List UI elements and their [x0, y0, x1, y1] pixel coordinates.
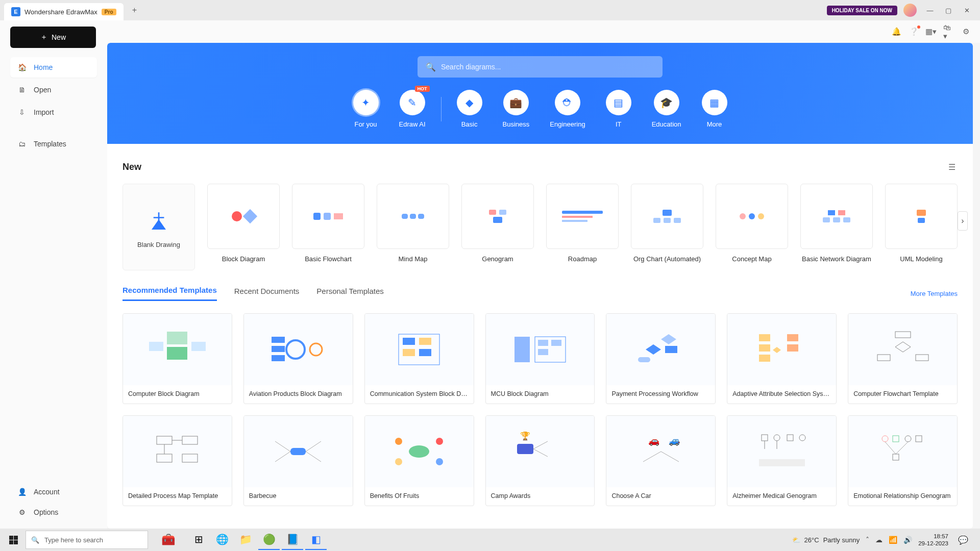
template-label: Basic Network Diagram	[802, 255, 871, 263]
svg-rect-16	[538, 340, 548, 346]
grid-card[interactable]: Communication System Block Diag...	[364, 313, 474, 404]
gift-icon[interactable]: 🛍▾	[943, 27, 953, 37]
template-card-concept-map[interactable]: Concept Map	[716, 184, 788, 263]
grid-thumb	[123, 314, 232, 385]
svg-rect-23	[759, 334, 770, 341]
category-label: Basic	[461, 120, 478, 128]
svg-text:🚙: 🚙	[669, 435, 680, 446]
grid-card[interactable]: Detailed Process Map Template	[122, 415, 232, 506]
sidebar-item-account[interactable]: 👤 Account	[10, 482, 97, 502]
grid-card[interactable]: 🚗🚙Choose A Car	[606, 415, 716, 506]
grid-card[interactable]: Computer Block Diagram	[122, 313, 232, 404]
category-tab-engineering[interactable]: ⛑ Engineering	[550, 90, 585, 128]
template-card-block-diagram[interactable]: Block Diagram	[207, 184, 280, 263]
blank-label: Blank Drawing	[137, 241, 180, 248]
category-tab-more[interactable]: ▦ More	[702, 90, 727, 128]
template-card-org-chart[interactable]: Org Chart (Automated)	[631, 184, 703, 263]
taskbar-search[interactable]: 🔍 Type here to search	[26, 531, 148, 549]
category-label: Business	[503, 120, 530, 128]
template-card-mind-map[interactable]: Mind Map	[377, 184, 449, 263]
template-thumb	[885, 184, 958, 249]
more-templates-link[interactable]: More Templates	[911, 290, 958, 297]
help-icon[interactable]: ❔	[909, 27, 919, 37]
tab-personal[interactable]: Personal Templates	[316, 287, 383, 300]
scroll-right-button[interactable]: ›	[958, 211, 968, 231]
category-label: Engineering	[550, 120, 585, 128]
svg-point-46	[436, 438, 443, 445]
sidebar-item-templates[interactable]: 🗂 Templates	[10, 134, 97, 154]
taskbar-app-chrome[interactable]: 🟢	[258, 530, 280, 550]
file-icon: 🗎	[17, 86, 27, 94]
grid-card[interactable]: Computer Flowchart Template	[848, 313, 958, 404]
taskbar-app-edge[interactable]: 🌐	[211, 530, 233, 550]
new-document-button[interactable]: ＋ New	[10, 27, 96, 48]
sidebar-item-label: Options	[34, 508, 58, 516]
tab-recommended[interactable]: Recommended Templates	[122, 286, 217, 301]
basic-icon: ◆	[457, 90, 482, 115]
window-minimize-button[interactable]: ―	[921, 3, 939, 17]
blank-drawing-card[interactable]: ＋ Blank Drawing	[122, 184, 195, 270]
action-center-button[interactable]: 💬	[954, 530, 972, 550]
template-card-uml[interactable]: UML Modeling	[885, 184, 958, 263]
volume-icon[interactable]: 🔊	[903, 536, 912, 544]
taskbar-news-widget[interactable]: 🧰	[150, 530, 186, 550]
category-tab-business[interactable]: 💼 Business	[503, 90, 530, 128]
grid-label: Emotional Relationship Genogram	[848, 487, 957, 506]
grid-card[interactable]: Adaptive Attribute Selection System	[727, 313, 837, 404]
new-tab-button[interactable]: +	[128, 3, 142, 17]
template-card-basic-flowchart[interactable]: Basic Flowchart	[292, 184, 364, 263]
template-card-genogram[interactable]: Genogram	[461, 184, 534, 263]
weather-widget[interactable]: ⛅ 26°C Partly sunny	[792, 536, 860, 544]
taskbar-app-word[interactable]: 📘	[282, 530, 303, 550]
search-box[interactable]: 🔍	[418, 56, 663, 78]
svg-point-64	[882, 436, 888, 442]
onedrive-icon[interactable]: ☁	[875, 536, 883, 544]
taskbar-app-edrawmax[interactable]: ◧	[305, 530, 327, 550]
svg-rect-11	[419, 338, 431, 345]
svg-line-69	[896, 442, 908, 454]
sidebar-item-import[interactable]: ⇩ Import	[10, 102, 97, 122]
tray-chevron-icon[interactable]: ˄	[866, 536, 869, 544]
notifications-icon[interactable]: 🔔	[891, 27, 901, 37]
category-tab-edrawai[interactable]: HOT ✎ Edraw AI	[399, 90, 426, 128]
template-card-roadmap[interactable]: Roadmap	[546, 184, 619, 263]
wifi-icon[interactable]: 📶	[889, 536, 897, 544]
list-view-toggle[interactable]: ☰	[946, 161, 958, 172]
grid-card[interactable]: Payment Processing Workflow	[606, 313, 716, 404]
grid-card[interactable]: Benefits Of Fruits	[364, 415, 474, 506]
grid-label: Camp Awards	[486, 487, 595, 506]
template-thumb	[292, 184, 364, 249]
grid-card[interactable]: 🏆Camp Awards	[485, 415, 595, 506]
category-tab-foryou[interactable]: ✦ For you	[353, 90, 379, 128]
start-button[interactable]	[3, 530, 23, 550]
category-tab-education[interactable]: 🎓 Education	[652, 90, 681, 128]
grid-card[interactable]: Aviation Products Block Diagram	[243, 313, 353, 404]
content-tabs: Recommended Templates Recent Documents P…	[107, 276, 973, 301]
grid-card[interactable]: Emotional Relationship Genogram	[848, 415, 958, 506]
category-tab-basic[interactable]: ◆ Basic	[457, 90, 482, 128]
search-input[interactable]	[441, 63, 654, 71]
svg-marker-19	[646, 344, 661, 355]
taskbar-clock[interactable]: 18:57 29-12-2023	[918, 533, 948, 547]
settings-icon[interactable]: ⚙	[961, 27, 971, 37]
svg-rect-25	[759, 355, 770, 362]
grid-card[interactable]: MCU Block Diagram	[485, 313, 595, 404]
category-tab-it[interactable]: ▤ IT	[606, 90, 631, 128]
template-card-network-diagram[interactable]: Basic Network Diagram	[800, 184, 873, 263]
sidebar-item-open[interactable]: 🗎 Open	[10, 80, 97, 100]
user-avatar[interactable]	[903, 4, 917, 17]
grid-card[interactable]: Alzheimer Medical Genogram	[727, 415, 837, 506]
header-toolbar: 🔔 ❔ ▦▾ 🛍▾ ⚙	[0, 20, 980, 43]
taskbar-app-explorer[interactable]: 📁	[235, 530, 256, 550]
apps-icon[interactable]: ▦▾	[926, 27, 936, 37]
sidebar-item-options[interactable]: ⚙ Options	[10, 502, 97, 522]
tab-recent[interactable]: Recent Documents	[234, 287, 300, 300]
window-close-button[interactable]: ✕	[958, 3, 976, 17]
window-maximize-button[interactable]: ▢	[939, 3, 958, 17]
task-view-button[interactable]: ⊞	[188, 530, 209, 550]
sidebar-item-label: Home	[34, 63, 53, 71]
sidebar-item-home[interactable]: 🏠 Home	[10, 57, 97, 78]
app-tab[interactable]: E Wondershare EdrawMax Pro	[4, 3, 124, 20]
holiday-sale-badge[interactable]: HOLIDAY SALE ON NOW	[827, 6, 897, 15]
grid-card[interactable]: Barbecue	[243, 415, 353, 506]
